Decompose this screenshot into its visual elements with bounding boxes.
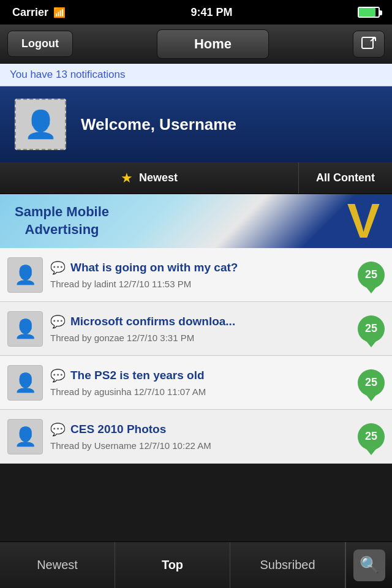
compose-button[interactable]	[353, 31, 385, 58]
thread-item[interactable]: 👤 💬 The PS2 is ten years old Thread by a…	[0, 356, 392, 410]
star-icon: ★	[121, 170, 133, 186]
user-avatar: 👤	[15, 99, 66, 150]
bottom-tab-bar: Newest Top Subsribed 🔍	[0, 541, 392, 588]
thread-content: 💬 The PS2 is ten years old Thread by agu…	[50, 368, 350, 397]
thread-meta: Thread by agusinha 12/7/10 11:07 AM	[50, 386, 350, 397]
thread-avatar: 👤	[7, 419, 43, 454]
tab-all-content[interactable]: All Content	[299, 162, 392, 194]
filter-tabs: ★ Newest All Content	[0, 162, 392, 194]
avatar-placeholder-icon: 👤	[14, 426, 37, 447]
thread-meta: Thread by ladint 12/7/10 11:53 PM	[50, 279, 350, 289]
thread-title: CES 2010 Photos	[70, 423, 166, 437]
wifi-icon: 📶	[53, 7, 66, 18]
chat-icon: 💬	[50, 260, 66, 275]
thread-title: Microsoft confirms downloa...	[70, 315, 235, 329]
thread-title: The PS2 is ten years old	[70, 369, 205, 383]
notifications-bar: You have 13 notifications	[0, 64, 392, 86]
thread-list: 👤 💬 What is going on with my cat? Thread…	[0, 248, 392, 464]
chat-icon: 💬	[50, 368, 66, 383]
avatar-placeholder-icon: 👤	[14, 372, 37, 393]
thread-meta: Thread by Username 12/7/10 10:22 AM	[50, 440, 350, 451]
welcome-text: Welcome, Username	[81, 115, 236, 134]
thread-item[interactable]: 👤 💬 Microsoft confirms downloa... Thread…	[0, 302, 392, 356]
thread-avatar: 👤	[7, 311, 43, 347]
thread-content: 💬 CES 2010 Photos Thread by Username 12/…	[50, 422, 350, 451]
status-bar: Carrier 📶 9:41 PM	[0, 0, 392, 24]
nav-bar: Logout Home	[0, 24, 392, 64]
bottom-tab-subscribed[interactable]: Subsribed	[230, 542, 345, 588]
bottom-tab-newest[interactable]: Newest	[0, 542, 115, 588]
carrier-label: Carrier	[12, 6, 48, 19]
search-icon: 🔍	[353, 549, 385, 581]
logout-button[interactable]: Logout	[7, 31, 73, 57]
thread-content: 💬 Microsoft confirms downloa... Thread b…	[50, 314, 350, 343]
thread-item[interactable]: 👤 💬 What is going on with my cat? Thread…	[0, 248, 392, 302]
tab-newest[interactable]: ★ Newest	[0, 162, 299, 194]
time-label: 9:41 PM	[191, 6, 233, 19]
home-button[interactable]: Home	[157, 29, 269, 59]
reply-count-badge: 25	[358, 315, 385, 342]
ad-banner: Sample Mobile Advertising V	[0, 194, 392, 248]
thread-avatar: 👤	[7, 365, 43, 401]
reply-count-badge: 25	[358, 262, 385, 288]
notifications-text: You have 13 notifications	[10, 69, 125, 80]
reply-count-badge: 25	[358, 423, 385, 450]
avatar-placeholder-icon: 👤	[14, 264, 37, 285]
avatar-placeholder-icon: 👤	[24, 108, 58, 140]
ad-text: Sample Mobile Advertising	[15, 203, 109, 238]
thread-title: What is going on with my cat?	[70, 261, 238, 275]
thread-meta: Thread by gonzae 12/7/10 3:31 PM	[50, 333, 350, 343]
battery-area	[358, 7, 380, 18]
chat-icon: 💬	[50, 422, 66, 437]
thread-item[interactable]: 👤 💬 CES 2010 Photos Thread by Username 1…	[0, 410, 392, 464]
newest-tab-label: Newest	[139, 172, 178, 184]
ad-decoration: V	[347, 194, 380, 248]
bottom-tab-top[interactable]: Top	[115, 542, 230, 588]
compose-icon	[361, 36, 377, 52]
chat-icon: 💬	[50, 314, 66, 329]
reply-count-badge: 25	[358, 369, 385, 396]
thread-avatar: 👤	[7, 257, 43, 293]
bottom-search-button[interactable]: 🔍	[345, 542, 392, 588]
thread-content: 💬 What is going on with my cat? Thread b…	[50, 260, 350, 289]
battery-icon	[358, 7, 380, 18]
svg-rect-0	[362, 37, 373, 48]
all-content-tab-label: All Content	[316, 172, 375, 184]
carrier-info: Carrier 📶	[12, 6, 66, 19]
avatar-placeholder-icon: 👤	[14, 318, 37, 339]
welcome-banner: 👤 Welcome, Username	[0, 86, 392, 162]
